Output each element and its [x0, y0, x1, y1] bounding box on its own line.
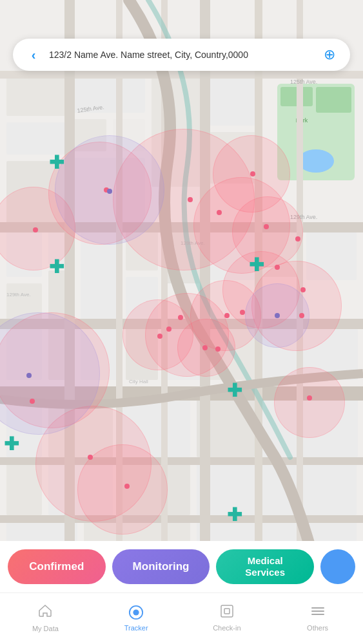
- back-chevron-icon: ‹: [32, 48, 36, 62]
- confirmed-dot: [88, 455, 93, 460]
- confirmed-dot: [275, 265, 280, 270]
- address-text: 123/2 Name Ave. Name street, City, Count…: [49, 50, 319, 60]
- confirmed-circle: [274, 367, 345, 438]
- crosshair-icon: ⊕: [324, 46, 335, 63]
- bottom-navigation: My Data Tracker Check-in Others: [0, 592, 363, 644]
- confirmed-dot: [307, 395, 312, 401]
- confirmed-dot: [299, 313, 304, 318]
- confirmed-dot: [224, 313, 230, 318]
- more-button[interactable]: [320, 549, 355, 584]
- svg-point-65: [133, 609, 139, 615]
- confirmed-dot: [33, 227, 38, 232]
- confirmed-dot: [250, 171, 255, 176]
- confirmed-dot: [30, 399, 35, 404]
- monitoring-button[interactable]: Monitoring: [112, 549, 210, 584]
- map-background: Park: [0, 0, 363, 592]
- confirmed-dot: [264, 224, 269, 229]
- back-button[interactable]: ‹: [23, 44, 44, 65]
- nav-label-tracker: Tracker: [124, 624, 148, 632]
- medical-plus: ✚: [227, 506, 242, 524]
- svg-rect-67: [224, 609, 230, 614]
- confirmed-dot: [295, 236, 300, 242]
- medical-plus: ✚: [49, 258, 64, 276]
- confirmed-circle: [193, 177, 290, 274]
- search-bar: ‹ 123/2 Name Ave. Name street, City, Cou…: [13, 39, 350, 71]
- monitoring-dot: [275, 313, 280, 318]
- confirmed-dot: [166, 327, 172, 332]
- menu-icon: [310, 603, 326, 621]
- confirmed-dot: [217, 210, 222, 215]
- nav-item-check-in[interactable]: Check-in: [182, 603, 273, 634]
- confirmed-dot: [157, 334, 162, 339]
- crosshair-button[interactable]: ⊕: [319, 44, 340, 65]
- nav-label-others: Others: [307, 624, 328, 632]
- monitoring-dot: [26, 373, 32, 378]
- check-in-icon: [219, 603, 235, 621]
- medical-plus: ✚: [49, 154, 64, 172]
- nav-item-tracker[interactable]: Tracker: [91, 603, 182, 634]
- action-buttons: Confirmed Monitoring MedicalServices: [0, 541, 363, 592]
- home-icon: [37, 603, 53, 622]
- map-view[interactable]: Park: [0, 0, 363, 592]
- confirmed-dot: [124, 484, 130, 489]
- confirmed-button[interactable]: Confirmed: [8, 549, 106, 584]
- nav-label-my-data: My Data: [32, 625, 59, 632]
- confirmed-dot: [215, 346, 221, 352]
- monitoring-dot: [107, 189, 112, 194]
- confirmed-dot: [202, 345, 208, 350]
- tracker-icon-wrap: [128, 603, 144, 621]
- nav-label-check-in: Check-in: [213, 624, 240, 632]
- svg-rect-66: [221, 605, 233, 617]
- confirmed-dot: [240, 310, 245, 315]
- confirmed-dot: [188, 197, 193, 202]
- medical-services-button[interactable]: MedicalServices: [216, 549, 314, 584]
- confirmed-dot: [178, 315, 183, 320]
- nav-item-my-data[interactable]: My Data: [0, 603, 91, 635]
- confirmed-dot: [300, 287, 306, 292]
- circles-overlay: [0, 0, 363, 592]
- medical-plus: ✚: [227, 382, 242, 400]
- nav-item-others[interactable]: Others: [272, 603, 363, 634]
- medical-plus: ✚: [249, 256, 264, 274]
- medical-plus: ✚: [4, 435, 19, 453]
